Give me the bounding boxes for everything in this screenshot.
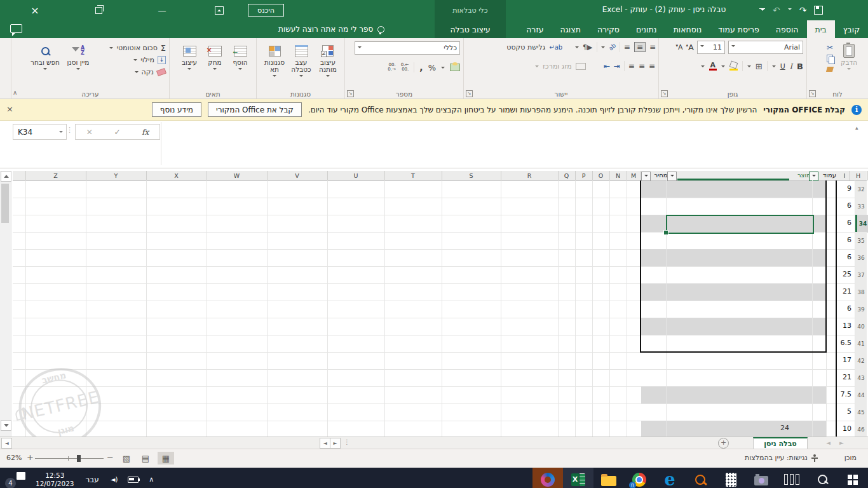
minimize-window-icon[interactable]: —	[147, 0, 177, 20]
taskbar-search-icon[interactable]	[807, 468, 837, 488]
row-header-42[interactable]: 42	[855, 352, 867, 370]
increase-decimal-icon[interactable]: ←.0.00	[401, 63, 409, 72]
view-normal-icon[interactable]: ▦	[158, 452, 174, 464]
cell-H-37[interactable]: 25	[835, 270, 851, 278]
column-header-M[interactable]: M	[627, 171, 641, 180]
tray-expand-icon[interactable]: ∧	[149, 475, 154, 484]
row-header-40[interactable]: 40	[855, 318, 867, 336]
grid-row-36[interactable]: 6	[13, 249, 855, 267]
column-header-H[interactable]: H	[849, 171, 868, 180]
scroll-up-icon[interactable]	[1, 171, 11, 182]
zoom-slider-track[interactable]	[35, 458, 104, 459]
taskbar-calculator-icon[interactable]	[715, 468, 746, 488]
fill-handle[interactable]	[663, 230, 668, 235]
tell-me-box[interactable]: ספר לי מה אתה רוצה לעשות	[278, 20, 384, 38]
name-box-dropdown-icon[interactable]	[59, 131, 63, 135]
number-dialog-launcher-icon[interactable]: ↘	[347, 90, 354, 97]
save-icon[interactable]	[814, 6, 823, 15]
grid-row-32[interactable]: 9	[13, 180, 855, 198]
row-header-39[interactable]: 39	[855, 301, 867, 318]
grid-row-42[interactable]: 17	[13, 352, 855, 370]
orientation-icon[interactable]: ab	[607, 43, 617, 52]
new-sheet-icon[interactable]: +	[718, 438, 729, 449]
cell-styles-button[interactable]: סגנונות תא	[261, 40, 288, 79]
insert-cells-button[interactable]: ← הוסף	[227, 40, 253, 72]
conditional-formatting-button[interactable]: ≠ עיצוב מותנה	[315, 40, 341, 79]
tab-6[interactable]: תצוגה	[552, 20, 589, 38]
grid-row-33[interactable]: 6	[13, 198, 855, 215]
column-header-Z[interactable]: Z	[25, 171, 86, 180]
zoom-slider-handle[interactable]	[77, 455, 81, 462]
row-header-46[interactable]: 46	[855, 421, 867, 437]
column-header-Q[interactable]: Q	[558, 171, 576, 180]
column-header-edge[interactable]	[13, 171, 26, 180]
grid-rows[interactable]: 9326336346356362537213863913406.54117422…	[0, 168, 868, 437]
hscroll-right-icon[interactable]: ►	[330, 438, 341, 449]
sheet-tab-active[interactable]: טבלה ניסן	[753, 437, 808, 449]
cell-H-32[interactable]: 9	[835, 184, 851, 193]
ribbon-display-options-icon[interactable]	[205, 0, 234, 20]
tab-4[interactable]: נתונים	[628, 20, 665, 38]
grid-row-37[interactable]: 25	[13, 266, 855, 284]
decrease-indent-icon[interactable]: ⇤	[604, 62, 610, 71]
feedback-icon[interactable]	[10, 24, 22, 33]
sheet-next-icon[interactable]: ►	[839, 440, 844, 446]
grid-row-35[interactable]: 6	[13, 232, 855, 250]
increase-font-icon[interactable]: A▴	[686, 43, 694, 52]
cell-H-45[interactable]: 5	[835, 407, 851, 416]
collapse-formula-bar-icon[interactable]: ▴	[855, 125, 858, 131]
italic-button[interactable]: I	[790, 62, 792, 71]
increase-indent-icon[interactable]: ⇥	[614, 62, 620, 71]
table-header-page[interactable]: עמוד	[818, 172, 836, 179]
grid-row-39[interactable]: 6	[13, 301, 855, 318]
column-header-U[interactable]: U	[327, 171, 385, 180]
close-window-icon[interactable]: ×	[20, 0, 50, 20]
grid-row-44[interactable]: 7.5	[13, 386, 855, 404]
cell-H-46[interactable]: 10	[835, 424, 851, 433]
align-bottom-icon[interactable]: ≡	[624, 43, 630, 51]
tab-7[interactable]: עזרה	[518, 20, 552, 38]
filter-dropdown-icon-price[interactable]	[667, 172, 677, 181]
tab-splitter-dots[interactable]: ⋮	[344, 438, 350, 445]
notification-center-icon[interactable]: 4	[5, 471, 27, 488]
taskbar-edge-icon[interactable]: e	[654, 468, 685, 488]
row-header-32[interactable]: 32	[855, 180, 867, 198]
worksheet-grid[interactable]: 9326336346356362537213863913406.54117422…	[0, 168, 868, 437]
collapse-ribbon-icon[interactable]: ∧	[13, 89, 17, 96]
row-header-41[interactable]: 41	[855, 335, 867, 353]
hscroll-left-icon[interactable]: ◄	[320, 438, 330, 449]
undo-dropdown-icon[interactable]	[788, 8, 792, 12]
filter-dropdown-icon-product[interactable]	[809, 172, 818, 181]
cell-H-43[interactable]: 21	[835, 373, 851, 381]
number-format-combo[interactable]: כללי	[355, 41, 460, 55]
get-office-button[interactable]: קבל את Office המקורי	[208, 102, 302, 117]
battery-icon[interactable]	[128, 473, 139, 485]
column-header-T[interactable]: T	[384, 171, 442, 180]
volume-icon[interactable]: ◄)	[111, 476, 118, 483]
font-name-combo[interactable]: Arial	[728, 41, 803, 54]
scrollbar-thumb[interactable]	[1, 184, 9, 223]
taskbar-app-bars-icon[interactable]	[776, 468, 807, 488]
clock[interactable]: 12:53 12/07/2023	[36, 471, 74, 488]
autosum-button[interactable]: Σ סכום אוטומטי	[95, 43, 166, 53]
clipboard-dialog-launcher-icon[interactable]: ↘	[809, 90, 816, 97]
table-header-product[interactable]: מוצר	[789, 172, 811, 179]
fill-color-icon[interactable]	[729, 62, 738, 71]
cell-H-40[interactable]: 13	[835, 322, 851, 330]
more-info-button[interactable]: מידע נוסף	[152, 102, 201, 117]
cut-icon[interactable]: ✂	[827, 43, 833, 52]
cell-H-41[interactable]: 6.5	[835, 339, 851, 347]
grid-row-40[interactable]: 13	[13, 318, 855, 336]
row-header-38[interactable]: 38	[855, 283, 867, 301]
sign-in-button[interactable]: היכנס	[248, 4, 284, 17]
align-center-icon[interactable]: ≡	[639, 62, 645, 71]
enter-formula-icon[interactable]: ✓	[114, 128, 120, 137]
tab-table-design[interactable]: עיצוב טבלה	[435, 20, 506, 38]
zoom-in-icon[interactable]: +	[27, 452, 34, 462]
find-select-button[interactable]: חפש ובחר	[29, 40, 62, 72]
currency-icon[interactable]	[450, 64, 460, 71]
sheet-prev-icon[interactable]: ◄	[826, 440, 831, 446]
start-button-icon[interactable]	[837, 468, 868, 488]
comma-icon[interactable]: ,	[419, 62, 423, 72]
merge-center-label[interactable]: מזג ומרכז	[543, 62, 572, 71]
